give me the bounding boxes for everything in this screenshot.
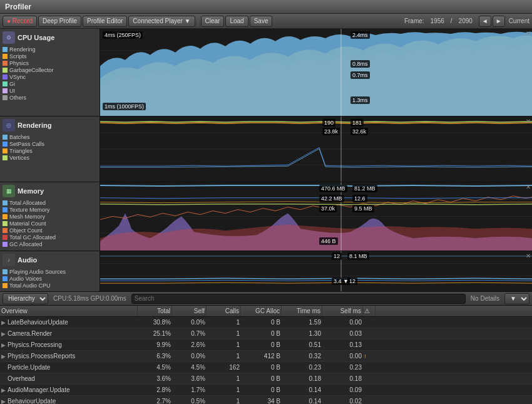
cpu-icon: ⚙ (3, 31, 15, 44)
cell-total: 6.3% (138, 351, 172, 361)
details-select[interactable]: ▼ (504, 293, 529, 304)
expand-arrow[interactable]: ▶ (1, 398, 6, 405)
legend-label: Others (9, 95, 26, 101)
col-header-overview: Overview (0, 306, 138, 316)
cpu-legend: RenderingScriptsPhysicsGarbageCollectorV… (3, 46, 97, 101)
deep-profile-button[interactable]: Deep Profile (38, 16, 81, 27)
legend-label: GC Allocated (9, 241, 43, 247)
cell-timems: 0.14 (282, 396, 322, 404)
next-frame-button[interactable]: ► (493, 16, 505, 27)
legend-label: UI (9, 88, 15, 94)
table-row[interactable]: ▶Physics.ProcessReports6.3%0.0%1412 B0.3… (0, 351, 532, 362)
cell-timems: 1.30 (282, 329, 322, 338)
legend-label: Triangles (9, 148, 33, 154)
cell-name: AudioManager.Update (8, 386, 70, 393)
cell-self: 2.6% (172, 340, 207, 350)
legend-item: Total Audio CPU (3, 282, 97, 289)
legend-label: SetPass Calls (9, 141, 44, 147)
cell-timems: 0.18 (282, 374, 322, 383)
col-header-self[interactable]: Self (172, 306, 207, 316)
legend-item: Audio Voices (3, 276, 97, 282)
rendering-close-button[interactable]: ✕ (526, 118, 531, 125)
legend-label: Rendering (9, 46, 36, 53)
search-input[interactable] (131, 294, 466, 304)
hierarchy-mode-select[interactable]: Hierarchy (3, 293, 48, 304)
cpu-close-button[interactable]: ✕ (526, 30, 531, 37)
legend-color-swatch (3, 207, 8, 212)
table-row[interactable]: Overhead3.6%3.6%10 B0.180.18 (0, 373, 532, 385)
cell-name: LateBehaviourUpdate (8, 319, 68, 326)
record-button[interactable]: ● Record (3, 16, 37, 27)
col-header-total[interactable]: Total (138, 306, 172, 316)
cell-selfms: 0.03 (322, 329, 363, 338)
clear-button[interactable]: Clear (201, 16, 225, 27)
legend-item: Texture Memory (3, 207, 97, 213)
cell-total: 30.8% (138, 318, 172, 327)
cell-gcalloc: 0 B (241, 318, 282, 327)
legend-label: Gi (9, 81, 15, 87)
memory-graph[interactable]: 470.6 MB 42.2 MB 37.0k 81.2 MB 12.6 9.5 … (100, 182, 532, 251)
cell-overview: ▶Physics.ProcessReports (0, 351, 138, 361)
col-header-gcalloc[interactable]: GC Alloc (241, 306, 282, 316)
cell-warn (363, 321, 376, 324)
legend-color-swatch (3, 88, 8, 93)
memory-legend: Total AllocatedTexture MemoryMesh Memory… (3, 200, 97, 247)
audio-header: ♪ Audio (3, 254, 97, 266)
cell-timems: 0.23 (282, 363, 322, 372)
table-row[interactable]: ▶LateBehaviourUpdate30.8%0.0%10 B1.590.0… (0, 317, 532, 328)
col-header-timems[interactable]: Time ms (282, 306, 322, 316)
hierarchy-bar: Hierarchy CPU:5.18ms GPU:0.00ms No Detai… (0, 292, 532, 306)
col-header-selfms[interactable]: Self ms (322, 306, 363, 316)
table-row[interactable]: ▶Physics.Processing9.9%2.6%10 B0.510.13 (0, 339, 532, 351)
cell-timems: 0.51 (282, 340, 322, 350)
cpu-graph[interactable]: 4ms (250FPS) 1ms (1000FPS) 2.4ms 0.8ms 0… (100, 29, 532, 116)
col-header-calls[interactable]: Calls (207, 306, 241, 316)
cpu-panel: ⚙ CPU Usage RenderingScriptsPhysicsGarba… (0, 29, 532, 117)
legend-label: GarbageCollector (9, 67, 54, 73)
cell-total: 4.5% (138, 363, 172, 372)
legend-color-swatch (3, 95, 8, 100)
table-row[interactable]: ▶BehaviourUpdate2.7%0.5%134 B0.140.02 (0, 396, 532, 404)
legend-item: Total GC Allocated (3, 234, 97, 241)
rendering-graph[interactable]: 190 23.8k 181 32.6k (100, 117, 532, 182)
legend-item: Scripts (3, 53, 97, 60)
connected-player-button[interactable]: Connected Player ▼ (128, 16, 195, 27)
legend-color-swatch (3, 214, 8, 219)
profile-editor-button[interactable]: Profile Editor (83, 16, 127, 27)
cell-selfms: 0.13 (322, 340, 363, 350)
legend-item: UI (3, 88, 97, 94)
audio-close-button[interactable]: ✕ (526, 252, 531, 259)
frame-separator: / (451, 18, 453, 24)
cell-overview: ▶Camera.Render (0, 329, 138, 338)
cell-total: 9.9% (138, 340, 172, 350)
cell-calls: 1 (207, 396, 241, 404)
table-row[interactable]: ▶Camera.Render25.1%0.7%10 B1.300.03 (0, 328, 532, 339)
cell-selfms: 0.18 (322, 374, 363, 383)
prev-frame-button[interactable]: ◄ (479, 16, 491, 27)
table-row[interactable]: ▶AudioManager.Update2.8%1.7%10 B0.140.09 (0, 385, 532, 396)
save-button[interactable]: Save (250, 16, 273, 27)
legend-item: Gi (3, 81, 97, 87)
audio-graph[interactable]: 12 8.1 MB 3.4 ▼ 12 (100, 251, 532, 291)
cpu-title: CPU Usage (18, 34, 54, 41)
legend-color-swatch (3, 135, 8, 140)
col-header-warn: ⚠ (363, 306, 376, 316)
cell-overview: ▶LateBehaviourUpdate (0, 318, 138, 327)
expand-arrow[interactable]: ▶ (1, 331, 6, 337)
legend-label: Audio Voices (9, 276, 42, 282)
legend-item: SetPass Calls (3, 141, 97, 147)
cell-gcalloc: 412 B (241, 351, 282, 361)
legend-label: Texture Memory (9, 207, 50, 213)
cell-calls: 1 (207, 329, 241, 338)
memory-sidebar: ▦ Memory Total AllocatedTexture MemoryMe… (0, 182, 100, 251)
expand-arrow[interactable]: ▶ (1, 353, 6, 360)
load-button[interactable]: Load (225, 16, 248, 27)
legend-label: Object Count (9, 227, 43, 234)
table-row[interactable]: Particle.Update4.5%4.5%1620 B0.230.23 (0, 362, 532, 373)
cell-self: 1.7% (172, 385, 207, 395)
memory-close-button[interactable]: ✕ (526, 184, 531, 190)
expand-arrow[interactable]: ▶ (1, 342, 6, 348)
expand-arrow[interactable]: ▶ (1, 387, 6, 393)
cell-calls: 1 (207, 340, 241, 350)
expand-arrow[interactable]: ▶ (1, 319, 6, 326)
